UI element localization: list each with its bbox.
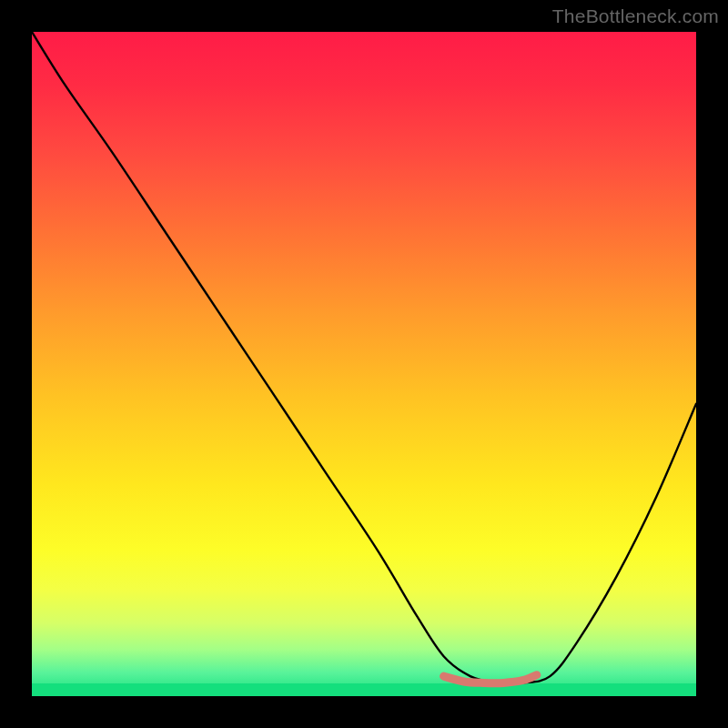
curve-layer — [32, 32, 696, 696]
watermark-text: TheBottleneck.com — [552, 5, 719, 27]
plot-area — [32, 32, 696, 696]
sweet-spot-marker — [444, 675, 537, 683]
bottleneck-curve — [32, 32, 696, 683]
chart-frame: TheBottleneck.com — [0, 0, 728, 728]
